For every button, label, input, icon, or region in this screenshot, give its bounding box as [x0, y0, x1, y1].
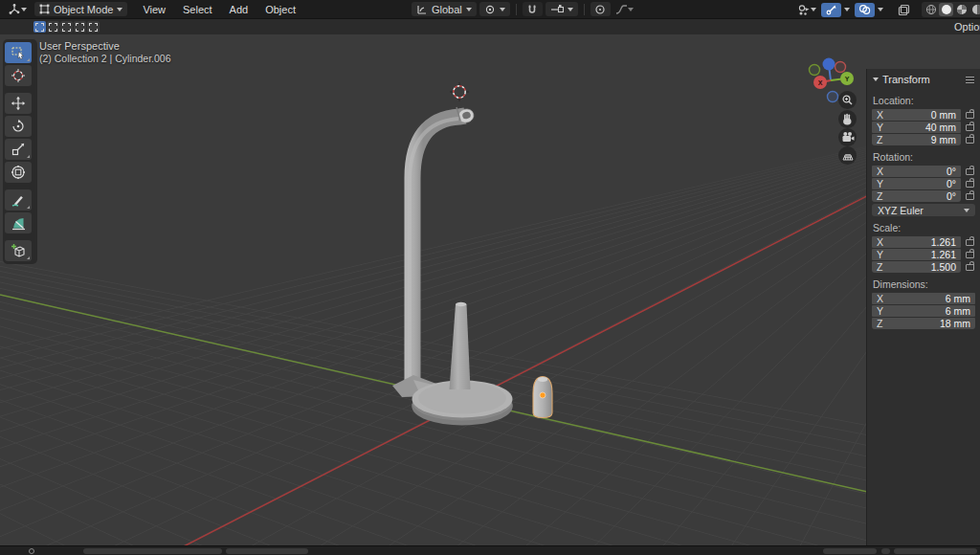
tool-move[interactable] — [5, 93, 32, 114]
lock-icon[interactable] — [966, 264, 974, 271]
move-tool-icon — [11, 96, 26, 111]
menu-add[interactable]: Add — [222, 4, 256, 15]
chevron-down-icon — [811, 8, 816, 11]
object-visibility-selector[interactable] — [795, 3, 818, 17]
lock-icon[interactable] — [966, 239, 974, 246]
scale-x-field[interactable]: X 1.261 — [872, 236, 961, 248]
select-mode-new-button[interactable] — [33, 21, 46, 33]
tool-rotate[interactable] — [5, 116, 32, 137]
perspective-toggle-button[interactable] — [838, 146, 857, 165]
tool-add-cube[interactable] — [5, 240, 32, 261]
pan-button[interactable] — [838, 110, 857, 128]
divider — [516, 4, 517, 15]
lock-icon[interactable] — [966, 124, 974, 131]
xray-toggle[interactable] — [893, 3, 914, 17]
gizmo-z-ball[interactable] — [823, 58, 835, 71]
menu-view[interactable]: View — [135, 4, 173, 15]
rotation-x-field[interactable]: X 0° — [872, 166, 961, 177]
dimensions-z-field[interactable]: Z 18 mm — [872, 318, 975, 329]
tool-annotate[interactable] — [5, 189, 32, 211]
proportional-editing-toggle[interactable] — [590, 2, 611, 16]
menu-object[interactable]: Object — [257, 4, 303, 15]
scale-y-field[interactable]: Y 1.261 — [872, 249, 961, 260]
lock-icon[interactable] — [966, 168, 974, 175]
dimensions-x-field[interactable]: X 6 mm — [872, 293, 975, 304]
select-box-icon — [11, 45, 26, 60]
lock-icon[interactable] — [966, 193, 974, 200]
xray-icon — [898, 4, 910, 16]
show-gizmos-toggle[interactable] — [821, 3, 841, 17]
visibility-filter-icon — [797, 4, 811, 16]
gizmo-icon — [826, 4, 837, 15]
gizmo-neg-y-ball[interactable] — [810, 65, 820, 76]
tool-settings-bar: Options — [0, 18, 980, 34]
location-y-field[interactable]: Y 40 mm — [872, 122, 961, 133]
show-gizmos-dropdown[interactable] — [842, 3, 852, 17]
shading-rendered-button[interactable] — [969, 3, 980, 16]
mode-selector[interactable]: Object Mode — [34, 2, 127, 16]
hand-icon — [841, 113, 854, 125]
collapse-chevron-icon — [873, 78, 879, 81]
cursor-3d — [450, 82, 469, 101]
perspective-grid-icon — [841, 149, 855, 162]
cursor-tool-icon — [11, 68, 26, 83]
pivot-icon — [484, 4, 496, 15]
menu-select[interactable]: Select — [175, 4, 220, 15]
model-spindle[interactable] — [450, 302, 471, 389]
lock-icon[interactable] — [966, 112, 974, 119]
shading-solid-button[interactable] — [939, 3, 953, 16]
select-mode-intersect-button[interactable] — [87, 21, 100, 33]
lock-icon[interactable] — [966, 137, 974, 144]
rotation-y-field[interactable]: Y 0° — [872, 178, 961, 189]
shading-wireframe-button[interactable] — [924, 3, 938, 16]
shading-material-button[interactable] — [954, 3, 969, 16]
chevron-down-icon — [878, 8, 883, 11]
editor-type-button[interactable] — [6, 2, 29, 16]
scale-x-row: X 1.261 — [872, 236, 975, 248]
location-z-field[interactable]: Z 9 mm — [872, 134, 961, 145]
select-mode-subtract-button[interactable] — [60, 21, 73, 33]
gizmo-neg-x-ball[interactable] — [835, 62, 846, 73]
proportional-falloff-selector[interactable] — [613, 2, 635, 16]
transform-orientation-selector[interactable]: Global — [412, 2, 477, 16]
panel-header[interactable]: Transform — [867, 69, 980, 89]
tool-cursor[interactable] — [5, 65, 32, 86]
dimensions-z-row: Z 18 mm — [872, 318, 975, 329]
tool-measure[interactable] — [5, 212, 32, 233]
scale-z-field[interactable]: Z 1.500 — [872, 261, 961, 273]
tool-scale[interactable] — [5, 139, 32, 160]
pivot-point-selector[interactable] — [479, 2, 510, 16]
box-intersect-icon — [89, 23, 98, 32]
solid-shading-icon — [941, 4, 952, 15]
rotation-z-row: Z 0° — [872, 190, 975, 202]
tool-select-box[interactable] — [5, 42, 32, 63]
show-overlays-toggle[interactable] — [855, 3, 875, 17]
dimensions-y-field[interactable]: Y 6 mm — [872, 305, 975, 317]
magnet-icon — [526, 4, 538, 15]
scale-y-row: Y 1.261 — [872, 249, 975, 260]
select-mode-extend-button[interactable] — [47, 21, 59, 33]
chevron-down-icon — [21, 8, 27, 11]
status-bar — [0, 545, 980, 555]
selected-cylinder[interactable] — [533, 377, 552, 418]
panel-menu-icon[interactable] — [966, 77, 974, 83]
location-x-field[interactable]: X 0 mm — [872, 109, 961, 121]
viewport-3d[interactable]: User Perspective (2) Collection 2 | Cyli… — [0, 34, 980, 545]
lock-icon[interactable] — [966, 252, 974, 258]
tool-transform[interactable] — [5, 162, 32, 183]
chevron-down-icon — [568, 8, 573, 11]
toolbar — [3, 39, 37, 264]
zoom-button[interactable] — [838, 91, 857, 109]
camera-view-button[interactable] — [838, 128, 857, 146]
select-mode-invert-button[interactable] — [74, 21, 86, 33]
rotation-mode-dropdown[interactable]: XYZ Euler — [872, 204, 975, 216]
rotation-z-field[interactable]: Z 0° — [872, 190, 961, 202]
gizmo-neg-z-ball[interactable] — [828, 92, 838, 102]
snap-target-selector[interactable] — [546, 2, 578, 16]
options-button[interactable]: Options — [954, 21, 980, 33]
lock-icon[interactable] — [966, 181, 974, 188]
show-overlays-dropdown[interactable] — [876, 3, 885, 17]
snap-toggle[interactable] — [523, 2, 543, 16]
material-shading-icon — [956, 4, 968, 15]
view-label: User Perspective — [39, 40, 120, 52]
